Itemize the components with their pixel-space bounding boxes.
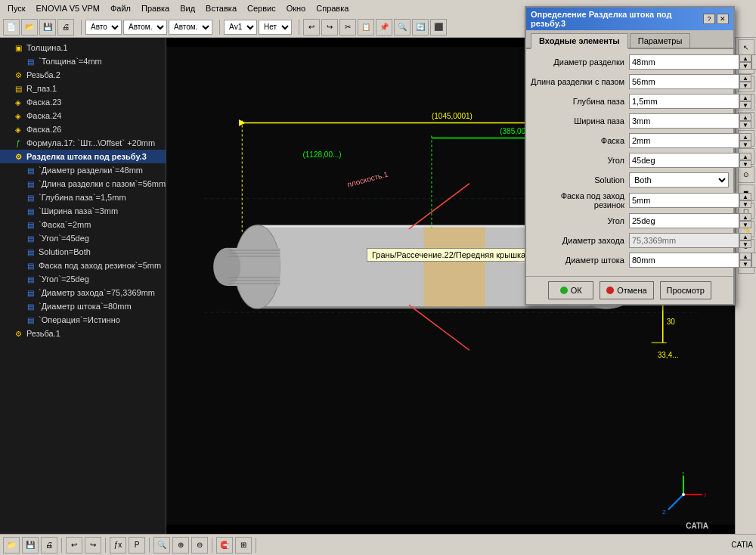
select-solution[interactable]: Both Left Right [629, 172, 729, 188]
tab-parameters[interactable]: Параметры [630, 33, 691, 48]
tree-item-diam-razdelki[interactable]: ▤ `Диаметр разделки`=48mm [0, 163, 166, 177]
toolbar-select-auto2[interactable]: Автом. [123, 20, 167, 35]
toolbar-btn-zoom[interactable]: 🔍 [394, 19, 411, 36]
bottom-btn-zoom1[interactable]: 🔍 [153, 537, 170, 553]
tree-item-solution[interactable]: ▤ Solution=Both [0, 245, 166, 259]
spin-up-diam-razdelki[interactable]: ▲ [739, 54, 751, 62]
spin-up-diam-shtoka[interactable]: ▲ [739, 253, 751, 260]
toolbar-btn-copy[interactable]: 📋 [358, 19, 374, 36]
input-ugol1[interactable] [629, 153, 739, 168]
menu-enovia[interactable]: ENOVIA V5 VPM [32, 2, 104, 14]
tree-item-diam-shtoka[interactable]: ▤ `Диаметр штока`=80mm [0, 299, 166, 313]
toolbar-btn-open[interactable]: 📂 [21, 19, 38, 36]
field-btn-diam-shtoka[interactable]: ⊞ [751, 253, 756, 268]
tree-item-chamfer24[interactable]: ◈ Фаска.24 [0, 109, 166, 122]
tree-item-ugol1[interactable]: ▤ `Угол`=45deg [0, 231, 166, 245]
spin-down-diam-razdelki[interactable]: ▼ [739, 62, 751, 70]
bottom-btn-redo[interactable]: ↪ [85, 537, 101, 553]
input-ugol2[interactable] [629, 213, 739, 228]
toolbar-btn-cut[interactable]: ✂ [339, 19, 356, 36]
toolbar-btn-undo[interactable]: ↩ [303, 19, 320, 36]
menu-pusk[interactable]: Пуск [3, 2, 30, 14]
toolbar-btn-new[interactable]: 📄 [3, 19, 20, 36]
spin-down-faska[interactable]: ▼ [739, 141, 751, 148]
tree-item-thread2[interactable]: ⚙ Резьба.2 [0, 68, 166, 82]
spin-up-glubina[interactable]: ▲ [739, 94, 751, 101]
tree-item-operaciya[interactable]: ▤ `Операция`=Истинно [0, 313, 166, 327]
spin-down-glubina[interactable]: ▼ [739, 101, 751, 109]
spin-up-shirina[interactable]: ▲ [739, 113, 751, 121]
tree-item-faska-rezinok[interactable]: ▤ Фаска под заход резинок`=5mm [0, 259, 166, 272]
menu-window[interactable]: Окно [282, 2, 311, 14]
preview-button[interactable]: Просмотр [660, 281, 711, 299]
cancel-button[interactable]: Отмена [600, 281, 653, 299]
input-faska-rezinok[interactable] [629, 193, 739, 208]
spin-down-ugol2[interactable]: ▼ [739, 221, 751, 228]
menu-insert[interactable]: Вставка [201, 2, 241, 14]
tree-item-thread1[interactable]: ⚙ Резьба.1 [0, 327, 166, 340]
toolbar-btn-3d[interactable]: ⬛ [430, 19, 447, 36]
spin-up-faska[interactable]: ▲ [739, 133, 751, 141]
menu-edit[interactable]: Правка [137, 2, 174, 14]
menu-file[interactable]: Файл [106, 2, 135, 14]
bottom-btn-zoom2[interactable]: ⊕ [172, 537, 189, 553]
toolbar-btn-save[interactable]: 💾 [39, 19, 56, 36]
spin-up-ugol1[interactable]: ▲ [739, 153, 751, 160]
spin-down-diam-shtoka[interactable]: ▼ [739, 260, 751, 268]
right-btn-select[interactable]: ↖ [738, 39, 754, 56]
tree-item-glubina[interactable]: ▤ `Глубина паза`=1,5mm [0, 191, 166, 204]
toolbar-select-net[interactable]: Нет [259, 20, 292, 35]
toolbar-btn-paste[interactable]: 📌 [376, 19, 392, 36]
bottom-btn-snap[interactable]: 🧲 [216, 537, 233, 553]
menu-view[interactable]: Вид [175, 2, 200, 14]
menu-help[interactable]: Справка [311, 2, 353, 14]
spin-up-dlina[interactable]: ▲ [739, 74, 751, 82]
tree-item-chamfer26[interactable]: ◈ Фаска.26 [0, 122, 166, 136]
spin-down-shirina[interactable]: ▼ [739, 121, 751, 129]
toolbar-select-av1[interactable]: Аv1 [224, 20, 257, 35]
input-glubina[interactable] [629, 94, 739, 109]
catia-logo: CATIA [686, 522, 708, 530]
menu-service[interactable]: Сервис [243, 2, 280, 14]
tree-item-razdelka3[interactable]: ⚙ Разделка штока под резьбу.3 [0, 150, 166, 163]
dialog-help-btn[interactable]: ? [703, 14, 715, 24]
spin-down-ugol1[interactable]: ▼ [739, 160, 751, 168]
tree-item-diam-zahoda[interactable]: ▤ `Диаметр захода`=75,3369mm [0, 286, 166, 299]
toolbar-btn-rotate[interactable]: 🔄 [412, 19, 429, 36]
tree-item-dlina-razdelki[interactable]: ▤ `Длина разделки с пазом`=56mm [0, 177, 166, 191]
spin-down-faska-rez[interactable]: ▼ [739, 200, 751, 208]
dialog-close-btn[interactable]: ✕ [717, 14, 729, 24]
bottom-btn-grid[interactable]: ⊞ [235, 537, 252, 553]
tree-item-thickness-param[interactable]: ▤ `Толщина`=4mm [0, 54, 166, 68]
toolbar-btn-print[interactable]: 🖨 [57, 19, 74, 36]
tree-item-groove1[interactable]: ▤ R_паз.1 [0, 82, 166, 95]
tree-item-formula17[interactable]: ƒ Формула.17: `Шт...\Offset` +20mm [0, 136, 166, 150]
toolbar-select-auto1[interactable]: Авто [85, 20, 122, 35]
bottom-btn-1[interactable]: 📁 [3, 537, 20, 553]
right-btn-normal[interactable]: ⊙ [738, 166, 754, 183]
tree-item-chamfer23[interactable]: ◈ Фаска.23 [0, 95, 166, 109]
input-shirina[interactable] [629, 113, 739, 129]
ok-button[interactable]: ОК [548, 281, 593, 299]
tree-item-thickness1[interactable]: ▣ Толщина.1 [0, 41, 166, 54]
input-faska[interactable] [629, 133, 739, 148]
toolbar-btn-redo[interactable]: ↪ [321, 19, 338, 36]
spin-down-dlina[interactable]: ▼ [739, 82, 751, 89]
bottom-btn-zoom3[interactable]: ⊖ [191, 537, 208, 553]
field-btn-diam-razdelki[interactable]: ⊞ [751, 54, 756, 70]
tree-item-faska[interactable]: ▤ `Фаска`=2mm [0, 218, 166, 231]
bottom-btn-undo[interactable]: ↩ [66, 537, 82, 553]
toolbar-select-auto3[interactable]: Автом. [169, 20, 212, 35]
spin-up-ugol2[interactable]: ▲ [739, 213, 751, 221]
tab-input-elements[interactable]: Входные элементы [531, 33, 628, 49]
bottom-btn-param[interactable]: P [129, 537, 145, 553]
bottom-btn-3[interactable]: 🖨 [41, 537, 57, 553]
spin-up-faska-rez[interactable]: ▲ [739, 193, 751, 200]
input-dlina-razdelki[interactable] [629, 74, 739, 89]
input-diam-shtoka[interactable] [629, 253, 739, 268]
tree-item-shirina[interactable]: ▤ `Ширина паза`=3mm [0, 204, 166, 218]
input-diam-razdelki[interactable] [629, 54, 739, 70]
tree-item-ugol2[interactable]: ▤ `Угол`=25deg [0, 272, 166, 286]
bottom-btn-2[interactable]: 💾 [22, 537, 39, 553]
bottom-btn-formula[interactable]: ƒx [110, 537, 126, 553]
